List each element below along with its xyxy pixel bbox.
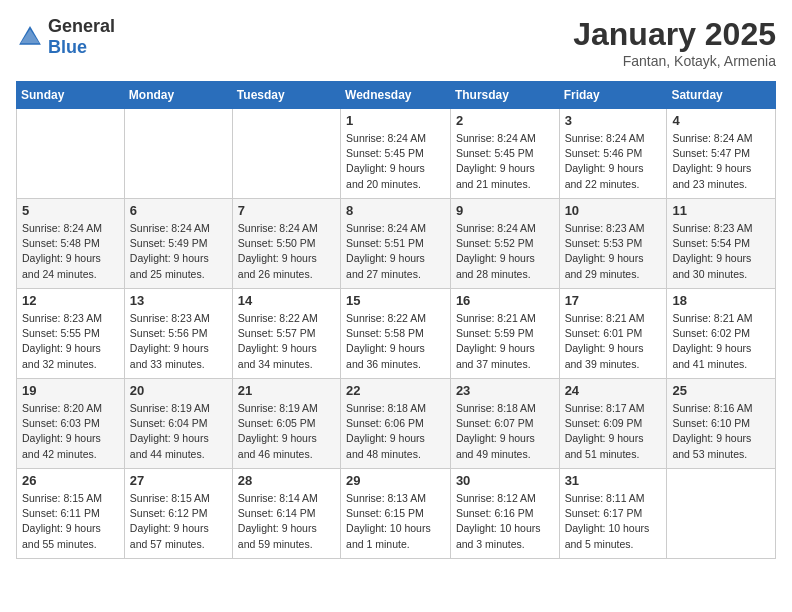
day-number: 10	[565, 203, 662, 218]
day-number: 14	[238, 293, 335, 308]
day-number: 7	[238, 203, 335, 218]
weekday-header-thursday: Thursday	[450, 82, 559, 109]
day-number: 16	[456, 293, 554, 308]
calendar-table: SundayMondayTuesdayWednesdayThursdayFrid…	[16, 81, 776, 559]
calendar-cell: 27Sunrise: 8:15 AM Sunset: 6:12 PM Dayli…	[124, 469, 232, 559]
calendar-cell: 19Sunrise: 8:20 AM Sunset: 6:03 PM Dayli…	[17, 379, 125, 469]
day-number: 1	[346, 113, 445, 128]
day-number: 13	[130, 293, 227, 308]
day-info: Sunrise: 8:24 AM Sunset: 5:50 PM Dayligh…	[238, 221, 335, 282]
calendar-cell: 2Sunrise: 8:24 AM Sunset: 5:45 PM Daylig…	[450, 109, 559, 199]
calendar-cell: 21Sunrise: 8:19 AM Sunset: 6:05 PM Dayli…	[232, 379, 340, 469]
day-info: Sunrise: 8:16 AM Sunset: 6:10 PM Dayligh…	[672, 401, 770, 462]
calendar-cell: 12Sunrise: 8:23 AM Sunset: 5:55 PM Dayli…	[17, 289, 125, 379]
calendar-cell: 17Sunrise: 8:21 AM Sunset: 6:01 PM Dayli…	[559, 289, 667, 379]
weekday-header-friday: Friday	[559, 82, 667, 109]
day-info: Sunrise: 8:24 AM Sunset: 5:51 PM Dayligh…	[346, 221, 445, 282]
day-number: 6	[130, 203, 227, 218]
calendar-cell: 24Sunrise: 8:17 AM Sunset: 6:09 PM Dayli…	[559, 379, 667, 469]
calendar-cell: 11Sunrise: 8:23 AM Sunset: 5:54 PM Dayli…	[667, 199, 776, 289]
calendar-cell: 8Sunrise: 8:24 AM Sunset: 5:51 PM Daylig…	[341, 199, 451, 289]
day-info: Sunrise: 8:19 AM Sunset: 6:05 PM Dayligh…	[238, 401, 335, 462]
day-number: 24	[565, 383, 662, 398]
day-info: Sunrise: 8:18 AM Sunset: 6:06 PM Dayligh…	[346, 401, 445, 462]
calendar-cell: 18Sunrise: 8:21 AM Sunset: 6:02 PM Dayli…	[667, 289, 776, 379]
day-info: Sunrise: 8:20 AM Sunset: 6:03 PM Dayligh…	[22, 401, 119, 462]
calendar-cell: 31Sunrise: 8:11 AM Sunset: 6:17 PM Dayli…	[559, 469, 667, 559]
day-info: Sunrise: 8:15 AM Sunset: 6:12 PM Dayligh…	[130, 491, 227, 552]
calendar-cell: 3Sunrise: 8:24 AM Sunset: 5:46 PM Daylig…	[559, 109, 667, 199]
day-number: 25	[672, 383, 770, 398]
day-info: Sunrise: 8:24 AM Sunset: 5:48 PM Dayligh…	[22, 221, 119, 282]
weekday-header-saturday: Saturday	[667, 82, 776, 109]
day-info: Sunrise: 8:24 AM Sunset: 5:45 PM Dayligh…	[456, 131, 554, 192]
day-info: Sunrise: 8:12 AM Sunset: 6:16 PM Dayligh…	[456, 491, 554, 552]
calendar-cell: 28Sunrise: 8:14 AM Sunset: 6:14 PM Dayli…	[232, 469, 340, 559]
calendar-cell: 23Sunrise: 8:18 AM Sunset: 6:07 PM Dayli…	[450, 379, 559, 469]
day-number: 2	[456, 113, 554, 128]
day-info: Sunrise: 8:23 AM Sunset: 5:53 PM Dayligh…	[565, 221, 662, 282]
day-info: Sunrise: 8:21 AM Sunset: 5:59 PM Dayligh…	[456, 311, 554, 372]
calendar-cell: 4Sunrise: 8:24 AM Sunset: 5:47 PM Daylig…	[667, 109, 776, 199]
calendar-cell: 13Sunrise: 8:23 AM Sunset: 5:56 PM Dayli…	[124, 289, 232, 379]
day-number: 9	[456, 203, 554, 218]
calendar-cell: 9Sunrise: 8:24 AM Sunset: 5:52 PM Daylig…	[450, 199, 559, 289]
day-info: Sunrise: 8:19 AM Sunset: 6:04 PM Dayligh…	[130, 401, 227, 462]
day-info: Sunrise: 8:13 AM Sunset: 6:15 PM Dayligh…	[346, 491, 445, 552]
day-number: 26	[22, 473, 119, 488]
day-info: Sunrise: 8:24 AM Sunset: 5:47 PM Dayligh…	[672, 131, 770, 192]
calendar-week-3: 12Sunrise: 8:23 AM Sunset: 5:55 PM Dayli…	[17, 289, 776, 379]
calendar-cell: 10Sunrise: 8:23 AM Sunset: 5:53 PM Dayli…	[559, 199, 667, 289]
calendar-cell: 1Sunrise: 8:24 AM Sunset: 5:45 PM Daylig…	[341, 109, 451, 199]
calendar-cell: 15Sunrise: 8:22 AM Sunset: 5:58 PM Dayli…	[341, 289, 451, 379]
day-info: Sunrise: 8:18 AM Sunset: 6:07 PM Dayligh…	[456, 401, 554, 462]
calendar-week-2: 5Sunrise: 8:24 AM Sunset: 5:48 PM Daylig…	[17, 199, 776, 289]
calendar-cell	[124, 109, 232, 199]
calendar-cell: 22Sunrise: 8:18 AM Sunset: 6:06 PM Dayli…	[341, 379, 451, 469]
logo-text-blue: Blue	[48, 37, 87, 57]
day-info: Sunrise: 8:23 AM Sunset: 5:55 PM Dayligh…	[22, 311, 119, 372]
weekday-header-monday: Monday	[124, 82, 232, 109]
calendar-cell: 7Sunrise: 8:24 AM Sunset: 5:50 PM Daylig…	[232, 199, 340, 289]
calendar-cell: 5Sunrise: 8:24 AM Sunset: 5:48 PM Daylig…	[17, 199, 125, 289]
calendar-cell	[232, 109, 340, 199]
day-number: 12	[22, 293, 119, 308]
day-info: Sunrise: 8:17 AM Sunset: 6:09 PM Dayligh…	[565, 401, 662, 462]
day-info: Sunrise: 8:21 AM Sunset: 6:02 PM Dayligh…	[672, 311, 770, 372]
day-number: 28	[238, 473, 335, 488]
logo-icon	[16, 23, 44, 51]
day-number: 19	[22, 383, 119, 398]
calendar-week-1: 1Sunrise: 8:24 AM Sunset: 5:45 PM Daylig…	[17, 109, 776, 199]
day-info: Sunrise: 8:21 AM Sunset: 6:01 PM Dayligh…	[565, 311, 662, 372]
calendar-title: January 2025	[573, 16, 776, 53]
weekday-header-wednesday: Wednesday	[341, 82, 451, 109]
day-number: 29	[346, 473, 445, 488]
calendar-cell	[17, 109, 125, 199]
calendar-cell: 14Sunrise: 8:22 AM Sunset: 5:57 PM Dayli…	[232, 289, 340, 379]
day-info: Sunrise: 8:24 AM Sunset: 5:49 PM Dayligh…	[130, 221, 227, 282]
day-number: 11	[672, 203, 770, 218]
day-info: Sunrise: 8:15 AM Sunset: 6:11 PM Dayligh…	[22, 491, 119, 552]
svg-marker-1	[21, 29, 40, 43]
day-number: 8	[346, 203, 445, 218]
day-number: 22	[346, 383, 445, 398]
day-number: 17	[565, 293, 662, 308]
calendar-subtitle: Fantan, Kotayk, Armenia	[573, 53, 776, 69]
day-number: 27	[130, 473, 227, 488]
day-info: Sunrise: 8:14 AM Sunset: 6:14 PM Dayligh…	[238, 491, 335, 552]
calendar-cell: 29Sunrise: 8:13 AM Sunset: 6:15 PM Dayli…	[341, 469, 451, 559]
day-info: Sunrise: 8:22 AM Sunset: 5:58 PM Dayligh…	[346, 311, 445, 372]
calendar-cell: 25Sunrise: 8:16 AM Sunset: 6:10 PM Dayli…	[667, 379, 776, 469]
calendar-cell: 6Sunrise: 8:24 AM Sunset: 5:49 PM Daylig…	[124, 199, 232, 289]
day-number: 15	[346, 293, 445, 308]
calendar-cell: 20Sunrise: 8:19 AM Sunset: 6:04 PM Dayli…	[124, 379, 232, 469]
calendar-cell	[667, 469, 776, 559]
calendar-cell: 30Sunrise: 8:12 AM Sunset: 6:16 PM Dayli…	[450, 469, 559, 559]
day-info: Sunrise: 8:22 AM Sunset: 5:57 PM Dayligh…	[238, 311, 335, 372]
day-number: 30	[456, 473, 554, 488]
calendar-week-4: 19Sunrise: 8:20 AM Sunset: 6:03 PM Dayli…	[17, 379, 776, 469]
weekday-header-row: SundayMondayTuesdayWednesdayThursdayFrid…	[17, 82, 776, 109]
day-number: 5	[22, 203, 119, 218]
logo: General Blue	[16, 16, 115, 58]
day-number: 21	[238, 383, 335, 398]
